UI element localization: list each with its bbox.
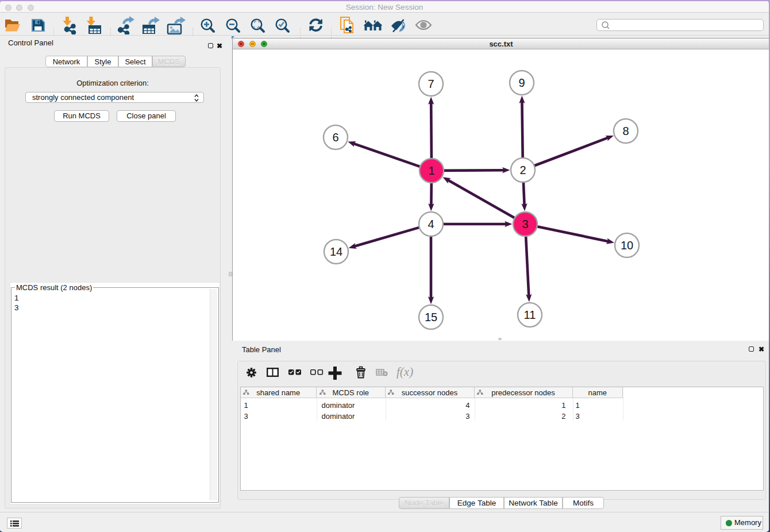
svg-text:15: 15 [425,311,437,323]
svg-text:6: 6 [332,131,338,144]
svg-text:8: 8 [622,125,629,137]
svg-text:3: 3 [522,218,528,230]
svg-text:9: 9 [518,76,525,89]
svg-text:7: 7 [428,78,434,90]
svg-text:4: 4 [428,218,434,230]
svg-text:11: 11 [524,309,536,321]
svg-text:2: 2 [519,164,526,176]
svg-text:10: 10 [621,239,633,252]
svg-text:14: 14 [330,245,342,258]
svg-text:1: 1 [428,164,434,177]
